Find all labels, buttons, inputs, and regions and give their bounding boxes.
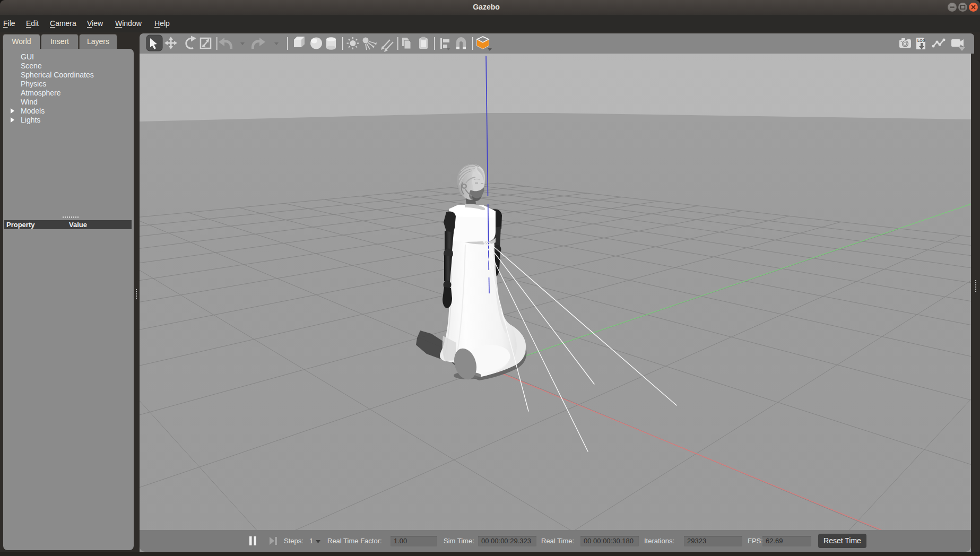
svg-text:LOG: LOG [917,39,926,42]
